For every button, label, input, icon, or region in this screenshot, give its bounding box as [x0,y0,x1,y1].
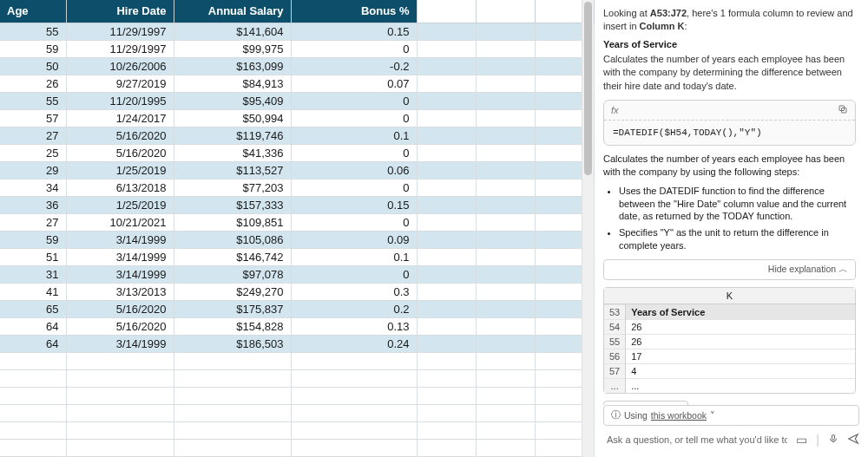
table-row-empty[interactable] [0,387,594,404]
cell-age[interactable]: 57 [0,109,66,127]
table-row[interactable]: 269/27/2019$84,9130.07 [0,75,594,92]
cell-empty[interactable] [417,40,476,57]
cell-empty[interactable] [417,57,476,75]
cell-empty[interactable] [0,439,66,456]
cell-empty[interactable] [0,421,66,439]
cell-empty[interactable] [476,248,535,265]
cell-age[interactable]: 50 [0,57,66,75]
table-row[interactable]: 571/24/2017$50,9940 [0,109,594,127]
cell-empty[interactable] [476,196,535,213]
cell-bonus[interactable]: 0 [291,144,417,161]
cell-empty[interactable] [417,439,476,456]
cell-salary[interactable]: $105,086 [174,231,291,248]
cell-bonus[interactable]: 0.13 [291,317,417,335]
cell-age[interactable]: 55 [0,92,66,109]
cell-age[interactable]: 59 [0,40,66,57]
cell-empty[interactable] [291,352,417,369]
cell-bonus[interactable]: 0 [291,179,417,196]
cell-empty[interactable] [476,161,535,179]
cell-salary[interactable]: $77,203 [174,179,291,196]
cell-empty[interactable] [66,421,174,439]
scope-selector[interactable]: ⓘ Using this workbook ˅ [603,405,859,426]
table-row-empty[interactable] [0,369,594,387]
cell-empty[interactable] [417,144,476,161]
cell-empty[interactable] [417,213,476,231]
cell-empty[interactable] [417,335,476,352]
cell-empty[interactable] [476,387,535,404]
cell-empty[interactable] [417,196,476,213]
cell-empty[interactable] [174,439,291,456]
cell-hire[interactable]: 5/16/2020 [66,144,174,161]
cell-empty[interactable] [417,283,476,300]
table-row[interactable]: 643/14/1999$186,5030.24 [0,335,594,352]
cell-empty[interactable] [174,369,291,387]
cell-bonus[interactable]: 0.2 [291,300,417,317]
table-row-empty[interactable] [0,404,594,421]
cell-empty[interactable] [476,300,535,317]
hide-explanation-button[interactable]: Hide explanation ︿ [603,259,856,280]
col-header-bonus[interactable]: Bonus % [291,0,417,23]
cell-bonus[interactable]: 0 [291,92,417,109]
ask-input[interactable] [603,429,791,450]
cell-empty[interactable] [0,404,66,421]
cell-empty[interactable] [417,109,476,127]
cell-salary[interactable]: $41,336 [174,144,291,161]
table-row-empty[interactable] [0,439,594,456]
cell-empty[interactable] [417,179,476,196]
cell-salary[interactable]: $95,409 [174,92,291,109]
cell-empty[interactable] [476,144,535,161]
cell-empty[interactable] [476,57,535,75]
table-row[interactable]: 655/16/2020$175,8370.2 [0,300,594,317]
col-header-hire[interactable]: Hire Date [66,0,174,23]
preview-col-header[interactable]: K [604,288,855,304]
table-row[interactable]: 413/13/2013$249,2700.3 [0,283,594,300]
cell-empty[interactable] [476,335,535,352]
cell-empty[interactable] [476,231,535,248]
cell-hire[interactable]: 10/21/2021 [66,213,174,231]
cell-salary[interactable]: $99,975 [174,40,291,57]
table-row[interactable]: 5911/29/1997$99,9750 [0,40,594,57]
cell-hire[interactable]: 11/29/1997 [66,40,174,57]
cell-empty[interactable] [66,369,174,387]
cell-salary[interactable]: $50,994 [174,109,291,127]
cell-bonus[interactable]: 0.1 [291,127,417,144]
cell-empty[interactable] [476,404,535,421]
col-header-salary[interactable]: Annual Salary [174,0,291,23]
cell-empty[interactable] [476,179,535,196]
cell-empty[interactable] [417,387,476,404]
cell-bonus[interactable]: 0 [291,109,417,127]
col-header-empty[interactable] [417,0,476,23]
cell-bonus[interactable]: 0.09 [291,231,417,248]
cell-empty[interactable] [174,387,291,404]
cell-empty[interactable] [66,404,174,421]
cell-empty[interactable] [66,352,174,369]
cell-bonus[interactable]: 0.15 [291,23,417,40]
table-row[interactable]: 5511/29/1997$141,6040.15 [0,23,594,40]
table-row[interactable]: 645/16/2020$154,8280.13 [0,317,594,335]
table-row[interactable]: 313/14/1999$97,0780 [0,265,594,283]
cell-hire[interactable]: 10/26/2006 [66,57,174,75]
cell-age[interactable]: 41 [0,283,66,300]
cell-salary[interactable]: $146,742 [174,248,291,265]
cell-age[interactable]: 55 [0,23,66,40]
cell-empty[interactable] [417,161,476,179]
cell-empty[interactable] [476,92,535,109]
cell-hire[interactable]: 1/24/2017 [66,109,174,127]
cell-empty[interactable] [174,404,291,421]
cell-empty[interactable] [417,421,476,439]
cell-empty[interactable] [291,404,417,421]
cell-empty[interactable] [417,23,476,40]
send-icon[interactable] [847,433,859,447]
cell-hire[interactable]: 5/16/2020 [66,317,174,335]
cell-hire[interactable]: 6/13/2018 [66,179,174,196]
cell-hire[interactable]: 5/16/2020 [66,300,174,317]
cell-empty[interactable] [417,369,476,387]
cell-empty[interactable] [417,248,476,265]
cell-age[interactable]: 29 [0,161,66,179]
table-row[interactable]: 275/16/2020$119,7460.1 [0,127,594,144]
col-header-age[interactable]: Age [0,0,66,23]
cell-empty[interactable] [417,352,476,369]
cell-salary[interactable]: $97,078 [174,265,291,283]
table-row[interactable]: 361/25/2019$157,3330.15 [0,196,594,213]
cell-age[interactable]: 64 [0,335,66,352]
